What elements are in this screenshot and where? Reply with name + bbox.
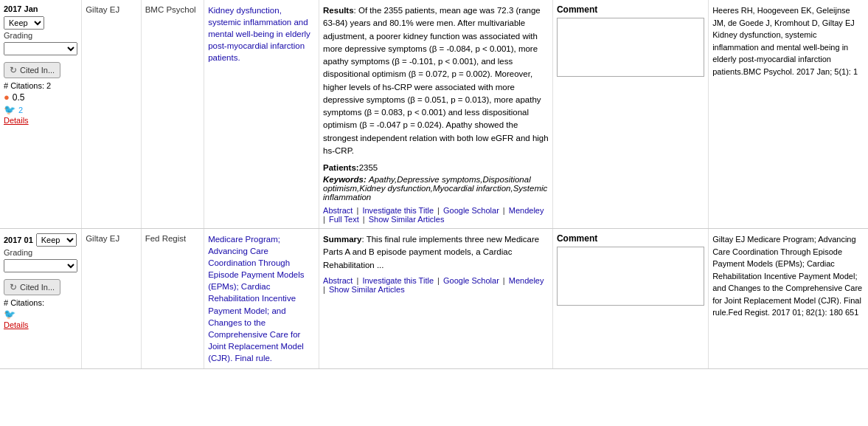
comment-cell: Comment — [552, 229, 708, 369]
altmetric-icon: ● — [4, 92, 10, 103]
cited-btn-label: Cited In... — [20, 66, 55, 75]
date-label: 2017 Jan — [4, 4, 38, 13]
patients-info: Patients:2355 — [323, 163, 549, 172]
summary-cell: Summary: This final rule implements thre… — [319, 229, 553, 369]
citations-count: # Citations: — [4, 298, 77, 307]
cited-in-button[interactable]: ↻ Cited In... — [4, 279, 60, 295]
article-links: Abstract | Investigate this Title | Goog… — [323, 206, 549, 224]
citation-text: Heeres RH, Hoogeveen EK, Geleijnse JM, d… — [712, 6, 858, 76]
journal-name: Fed Regist — [145, 234, 187, 243]
author-cell: Giltay EJ — [82, 0, 141, 229]
journal-cell: BMC Psychol — [141, 0, 204, 229]
link-separator: | — [354, 276, 361, 285]
cited-in-button[interactable]: ↻ Cited In... — [4, 62, 60, 78]
journal-cell: Fed Regist — [141, 229, 204, 369]
altmetric-score: 0.5 — [13, 92, 25, 103]
article-link-investigate-this-title[interactable]: Investigate this Title — [362, 206, 434, 215]
comment-textarea[interactable] — [557, 18, 704, 77]
article-title: Kidney dysfunction, systemic inflammatio… — [208, 6, 310, 62]
cited-btn-label: Cited In... — [20, 283, 55, 292]
details-link[interactable]: Details — [4, 116, 29, 125]
citations-count: # Citations: 2 — [4, 81, 77, 90]
link-separator: | — [323, 285, 327, 294]
title-cell: Kidney dysfunction, systemic inflammatio… — [204, 0, 319, 229]
comment-cell: Comment — [552, 0, 708, 229]
date-label: 2017 01 — [4, 236, 33, 244]
summary-text: Summary: This final rule implements thre… — [323, 233, 549, 272]
show-similar-link[interactable]: Show Similar Articles — [329, 285, 405, 294]
link-separator: | — [501, 206, 507, 215]
keep-select[interactable]: Keep — [4, 16, 44, 30]
citation-cell: Giltay EJ Medicare Program; Advancing Ca… — [709, 229, 868, 369]
citation-cell: Heeres RH, Hoogeveen EK, Geleijnse JM, d… — [709, 0, 868, 229]
article-link-abstract[interactable]: Abstract — [323, 276, 353, 285]
link-separator: | — [435, 206, 442, 215]
article-link-full-text[interactable]: Full Text — [329, 215, 359, 224]
grading-label: Grading — [4, 31, 77, 40]
link-separator: | — [435, 276, 442, 285]
article-link-mendeley[interactable]: Mendeley — [509, 276, 544, 285]
link-separator: | — [323, 215, 327, 224]
author-name: Giltay EJ — [86, 234, 119, 243]
keep-select[interactable]: Keep — [36, 233, 77, 247]
twitter-icon: 🐦 — [4, 104, 15, 115]
summary-cell: Results: Of the 2355 patients, mean age … — [319, 0, 553, 229]
refresh-icon: ↻ — [10, 282, 17, 292]
author-name: Giltay EJ — [86, 5, 119, 14]
grading-select[interactable] — [4, 259, 77, 272]
comment-textarea[interactable] — [557, 247, 704, 306]
comment-label: Comment — [557, 233, 704, 244]
link-separator: | — [501, 276, 507, 285]
link-separator: | — [354, 206, 361, 215]
journal-name: BMC Psychol — [145, 5, 196, 14]
summary-text: Results: Of the 2355 patients, mean age … — [323, 4, 549, 157]
article-link-mendeley[interactable]: Mendeley — [509, 206, 544, 215]
show-similar-link[interactable]: Show Similar Articles — [369, 215, 445, 224]
title-cell: Medicare Program; Advancing Care Coordin… — [204, 229, 319, 369]
article-link-investigate-this-title[interactable]: Investigate this Title — [362, 276, 434, 285]
summary-prefix: Results — [323, 6, 354, 15]
article-links: Abstract | Investigate this Title | Goog… — [323, 276, 549, 294]
refresh-icon: ↻ — [10, 65, 17, 75]
article-link-google-scholar[interactable]: Google Scholar — [443, 276, 499, 285]
author-cell: Giltay EJ — [82, 229, 141, 369]
date-grading-cell: 2017 01 Keep Grading ↻ Cited In... # Cit… — [0, 229, 82, 369]
summary-prefix: Summary — [323, 235, 361, 244]
details-link[interactable]: Details — [4, 320, 29, 329]
citation-text: Giltay EJ Medicare Program; Advancing Ca… — [712, 235, 862, 317]
article-link-google-scholar[interactable]: Google Scholar — [443, 206, 499, 215]
keywords-info: Keywords: Apathy,Depressive symptoms,Dis… — [323, 175, 549, 202]
twitter-link[interactable]: 2 — [18, 106, 23, 114]
article-title: Medicare Program; Advancing Care Coordin… — [208, 235, 304, 363]
date-grading-cell: 2017 Jan Keep Grading ↻ Cited In... # Ci… — [0, 0, 82, 229]
grading-select[interactable] — [4, 42, 77, 55]
patients-label: Patients: — [323, 163, 359, 172]
link-separator: | — [361, 215, 367, 224]
grading-label: Grading — [4, 248, 77, 257]
twitter-icon: 🐦 — [4, 309, 15, 320]
keywords-label: Keywords: — [323, 175, 367, 184]
comment-label: Comment — [557, 4, 704, 15]
article-link-abstract[interactable]: Abstract — [323, 206, 353, 215]
